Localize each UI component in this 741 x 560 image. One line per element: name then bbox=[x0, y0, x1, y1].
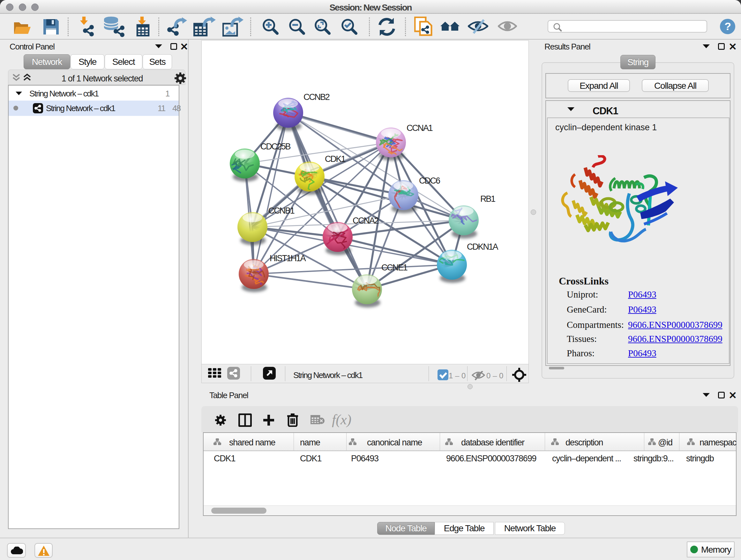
svg-text:CDKN1A: CDKN1A bbox=[467, 242, 498, 252]
svg-text:?: ? bbox=[724, 20, 731, 32]
svg-text:CDC25B: CDC25B bbox=[260, 142, 291, 151]
svg-text:CCNA2: CCNA2 bbox=[353, 216, 379, 226]
svg-text:CCNE1: CCNE1 bbox=[381, 263, 408, 272]
svg-text:CCNA1: CCNA1 bbox=[407, 123, 433, 133]
svg-text:CCNB1: CCNB1 bbox=[268, 206, 294, 215]
svg-text:RB1: RB1 bbox=[480, 194, 495, 204]
svg-text:CDK1: CDK1 bbox=[325, 154, 345, 164]
svg-text:HIST1H1A: HIST1H1A bbox=[270, 253, 306, 263]
svg-text:CDC6: CDC6 bbox=[419, 176, 440, 186]
svg-text:CCNB2: CCNB2 bbox=[304, 92, 330, 102]
